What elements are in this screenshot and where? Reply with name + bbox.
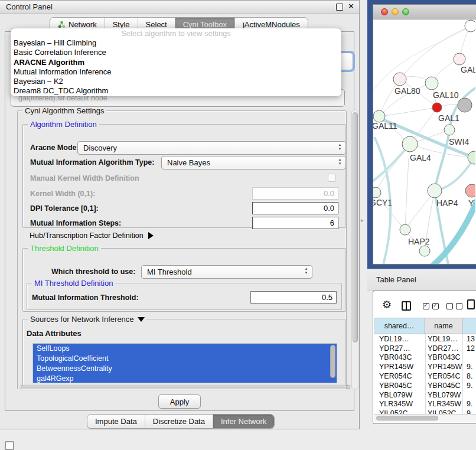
- popup-heading: Select algorithm to view settings: [11, 28, 341, 38]
- node-label: HAP2: [408, 237, 430, 246]
- network-icon: [58, 21, 66, 28]
- attribute-item[interactable]: SelfLoops: [33, 344, 337, 354]
- manual-kernel-checkbox[interactable]: [328, 174, 336, 182]
- network-edge[interactable]: [379, 107, 437, 116]
- algorithm-option[interactable]: Dream8 DC_TDC Algorithm: [11, 86, 341, 96]
- gear-icon[interactable]: ⚙: [382, 299, 392, 310]
- control-panel-window: Control Panel ✕ NetworkStyleSelectCyni T…: [0, 0, 360, 429]
- mi-threshold-label: Mutual Information Threshold:: [32, 294, 139, 302]
- close-traffic-light[interactable]: [381, 8, 388, 15]
- attribute-item[interactable]: gal4RGexp: [33, 374, 337, 383]
- threshold-definition-title: Threshold Definition: [28, 244, 101, 253]
- mi-steps-field[interactable]: [252, 217, 338, 229]
- aracne-mode-label: Aracne Mode:: [30, 144, 79, 152]
- file-icon[interactable]: [467, 299, 475, 309]
- node-hap2[interactable]: [400, 224, 410, 235]
- column-header-partial[interactable]: [462, 318, 476, 334]
- algorithm-dropdown-popup: Select algorithm to view settings Bayesi…: [11, 28, 341, 96]
- which-threshold-select[interactable]: MI Threshold: [141, 265, 312, 279]
- node-label: GCY1: [373, 198, 392, 207]
- algorithm-option[interactable]: Bayesian – Hill Climbing: [11, 38, 341, 48]
- table-header-row: shared… name: [374, 318, 476, 334]
- network-canvas[interactable]: GALGAL80GAL10GAL1GAL11SWI4GAL4GCY1HAP4YH…: [373, 19, 475, 264]
- node-gal10[interactable]: [425, 77, 438, 90]
- column-header-name[interactable]: name: [425, 318, 462, 334]
- settings-group-title: Cyni Algorithm Settings: [22, 106, 106, 115]
- algorithm-option[interactable]: ARACNE Algorithm: [11, 58, 341, 67]
- application-root: Control Panel ✕ NetworkStyleSelectCyni T…: [0, 0, 476, 450]
- node-label: Y: [468, 198, 474, 208]
- column-split-icon[interactable]: [402, 301, 411, 311]
- node-gal80[interactable]: [393, 73, 406, 86]
- hub-definition-toggle[interactable]: Hub/Transcription Factor Definition: [30, 231, 154, 240]
- sources-group: Sources for Network Inference Data Attri…: [22, 319, 346, 386]
- kernel-width-label: Kernel Width (0,1):: [30, 190, 95, 198]
- network-edge[interactable]: [400, 26, 471, 79]
- node-gal4[interactable]: [402, 136, 418, 152]
- table-panel-header: Table Panel: [367, 269, 476, 291]
- stepper-arrows-icon: [337, 158, 343, 166]
- node-bottom[interactable]: [419, 246, 430, 256]
- splitter-handle[interactable]: ▸: [361, 217, 364, 223]
- panel-title: Control Panel: [6, 2, 53, 11]
- bottom-tab-bar: Impute DataDiscretize DataInfer Network: [87, 414, 275, 429]
- cyni-algorithm-settings-group: Cyni Algorithm Settings Algorithm Defini…: [17, 110, 347, 389]
- minimize-traffic-light[interactable]: [392, 8, 399, 15]
- attribute-item[interactable]: BetweennessCentrality: [33, 364, 337, 374]
- node-hap4[interactable]: [428, 184, 442, 198]
- node-gal11[interactable]: [373, 110, 385, 122]
- network-edge[interactable]: [405, 144, 410, 230]
- mi-algorithm-type-select[interactable]: Naive Bayes: [161, 156, 346, 169]
- data-attributes-list[interactable]: SelfLoopsTopologicalCoefficientBetweenne…: [32, 343, 337, 383]
- stepper-arrows-icon: [337, 143, 343, 151]
- column-header-shared-name[interactable]: shared…: [374, 318, 425, 334]
- node-salmon[interactable]: [465, 184, 475, 197]
- mi-threshold-field[interactable]: [250, 291, 337, 304]
- kernel-width-field[interactable]: [252, 187, 338, 200]
- node-label: GAL: [461, 65, 475, 74]
- aracne-mode-select[interactable]: Discovery: [77, 141, 346, 155]
- tab-infer-network[interactable]: Infer Network: [213, 415, 274, 428]
- algorithm-definition-group: Algorithm Definition Aracne Mode: Discov…: [22, 124, 346, 228]
- sources-title: Sources for Network Inference: [28, 315, 147, 324]
- checked-box-icon[interactable]: [423, 303, 429, 309]
- attribute-item[interactable]: TopologicalCoefficient: [33, 354, 337, 364]
- tab-impute-data[interactable]: Impute Data: [87, 415, 145, 428]
- unchecked-box-icon[interactable]: [446, 303, 453, 309]
- tab-discretize-data[interactable]: Discretize Data: [145, 415, 213, 428]
- node-swi4[interactable]: [444, 125, 455, 135]
- node-right-green[interactable]: [468, 151, 475, 164]
- node-label: HAP4: [436, 198, 458, 208]
- dpi-tolerance-field[interactable]: [252, 202, 338, 214]
- zoom-traffic-light[interactable]: [402, 8, 409, 15]
- checked-box-icon[interactable]: [432, 303, 439, 309]
- unchecked-box-icon[interactable]: [456, 303, 462, 309]
- node-gcy1[interactable]: [373, 187, 381, 198]
- node-top-pink[interactable]: [454, 53, 465, 65]
- vertical-scrollbar[interactable]: [351, 109, 358, 390]
- algorithm-option[interactable]: Mutual Information Inference: [11, 67, 341, 77]
- apply-button[interactable]: Apply: [158, 394, 201, 409]
- node-gal1[interactable]: [432, 103, 442, 112]
- node-label: GAL4: [410, 153, 431, 162]
- threshold-definition-group: Threshold Definition Which threshold to …: [22, 248, 346, 312]
- algorithm-list: Bayesian – Hill ClimbingBasic Correlatio…: [11, 38, 341, 96]
- minimized-panel-icon[interactable]: [5, 441, 14, 450]
- list-scrollbar[interactable]: [330, 345, 335, 378]
- network-view-window: GALGAL80GAL10GAL1GAL11SWI4GAL4GCY1HAP4YH…: [373, 4, 476, 265]
- node-label: GAL1: [438, 113, 459, 123]
- data-attributes-label: Data Attributes: [27, 329, 81, 338]
- node-top[interactable]: [465, 20, 475, 32]
- table-horizontal-scrollbar[interactable]: [374, 414, 476, 422]
- column-separator: [425, 334, 426, 414]
- close-icon[interactable]: ✕: [348, 2, 354, 11]
- algorithm-option[interactable]: Basic Correlation Inference: [11, 48, 341, 57]
- algorithm-option[interactable]: Bayesian – K2: [11, 77, 341, 86]
- float-window-icon[interactable]: [336, 4, 343, 11]
- node-label: GAL11: [373, 121, 397, 131]
- dpi-tolerance-label: DPI Tolerance [0,1]:: [30, 204, 99, 213]
- node-gray[interactable]: [458, 98, 472, 112]
- which-threshold-label: Which threshold to use:: [51, 268, 135, 276]
- node-label: GAL80: [395, 86, 420, 96]
- mi-steps-label: Mutual Information Steps:: [30, 219, 121, 227]
